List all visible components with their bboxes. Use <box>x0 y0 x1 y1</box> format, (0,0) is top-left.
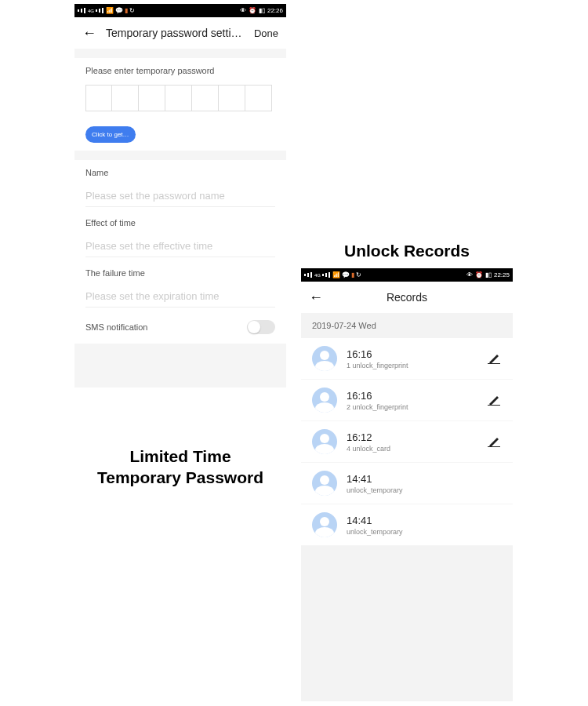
record-type: unlock_temporary <box>347 486 502 494</box>
sync-icon: ↻ <box>356 271 361 278</box>
record-time: 16:12 <box>347 431 478 443</box>
record-time: 16:16 <box>347 348 478 360</box>
edit-icon[interactable] <box>488 395 502 406</box>
code-digit-1[interactable] <box>85 85 112 111</box>
code-digit-4[interactable] <box>165 85 192 111</box>
code-digit-6[interactable] <box>219 85 245 111</box>
nav-bar: ← Records <box>301 282 513 313</box>
record-time: 16:16 <box>347 390 478 402</box>
section-gap <box>74 49 286 58</box>
record-row[interactable]: 16:124 unlock_card <box>301 421 513 463</box>
wifi-icon: 📶 <box>106 7 114 14</box>
password-code-boxes <box>85 85 275 111</box>
right-caption: Unlock Records <box>301 240 513 261</box>
name-field-group: Name <box>74 160 286 210</box>
record-type: 2 unlock_fingerprint <box>347 403 478 411</box>
password-entry-section: Please enter temporary password Click to… <box>74 58 286 151</box>
status-right-icons: 👁 ⏰ ▮▯ 22:26 <box>240 7 283 14</box>
phone-records: 4G 📶 💬 ▮ ↻ 👁 ⏰ ▮▯ 22:25 ← Records 2019-0… <box>301 268 513 701</box>
sms-toggle[interactable] <box>247 320 275 334</box>
failure-time-label: The failure time <box>85 268 275 278</box>
toggle-knob <box>248 321 260 333</box>
record-text: 14:41unlock_temporary <box>347 473 502 494</box>
avatar-icon <box>312 512 337 537</box>
sms-label: SMS notification <box>85 322 147 332</box>
edit-icon[interactable] <box>488 353 502 364</box>
record-row[interactable]: 16:161 unlock_fingerprint <box>301 338 513 380</box>
page-title: Temporary password setti… <box>106 27 245 39</box>
name-label: Name <box>85 168 275 177</box>
status-time: 22:26 <box>267 7 283 14</box>
status-left-icons: 4G 📶 💬 ▮ ↻ <box>78 7 135 14</box>
failure-time-field-group: The failure time <box>74 260 286 311</box>
random-password-button[interactable]: Click to get a ran… <box>85 126 136 143</box>
back-icon[interactable]: ← <box>82 25 96 42</box>
battery-icon: ▮▯ <box>485 271 492 278</box>
notification-icon: ▮ <box>125 7 128 14</box>
notification-icon: ▮ <box>351 271 354 278</box>
done-button[interactable]: Done <box>254 27 278 39</box>
bottom-gap <box>74 344 286 388</box>
record-row[interactable]: 16:162 unlock_fingerprint <box>301 380 513 421</box>
record-text: 16:162 unlock_fingerprint <box>347 390 478 411</box>
page-title: Records <box>332 291 481 304</box>
code-digit-3[interactable] <box>139 85 165 111</box>
eye-icon: 👁 <box>466 271 473 278</box>
name-input[interactable] <box>85 185 275 207</box>
record-row[interactable]: 14:41unlock_temporary <box>301 504 513 546</box>
status-bar: 4G 📶 💬 ▮ ↻ 👁 ⏰ ▮▯ 22:25 <box>301 268 513 282</box>
date-header: 2019-07-24 Wed <box>301 313 513 338</box>
code-digit-5[interactable] <box>192 85 219 111</box>
battery-icon: ▮▯ <box>259 7 265 14</box>
avatar-icon <box>312 429 337 454</box>
record-text: 16:161 unlock_fingerprint <box>347 348 478 369</box>
phone-temporary-password: 4G 📶 💬 ▮ ↻ 👁 ⏰ ▮▯ 22:26 ← Temporary pass… <box>74 4 286 388</box>
status-time: 22:25 <box>494 271 510 278</box>
back-icon[interactable]: ← <box>309 289 323 306</box>
wifi-icon: 📶 <box>332 271 340 278</box>
record-type: 1 unlock_fingerprint <box>347 362 478 369</box>
section-gap <box>74 151 286 160</box>
status-left-icons: 4G 📶 💬 ▮ ↻ <box>304 271 361 278</box>
record-type: unlock_temporary <box>347 528 502 536</box>
record-text: 14:41unlock_temporary <box>347 515 502 536</box>
sms-notification-row: SMS notification <box>74 311 286 344</box>
record-time: 14:41 <box>347 473 502 485</box>
left-caption: Limited Time Temporary Password <box>74 446 286 489</box>
status-right-icons: 👁 ⏰ ▮▯ 22:25 <box>466 271 510 278</box>
wechat-icon: 💬 <box>342 271 350 278</box>
alarm-icon: ⏰ <box>249 7 256 14</box>
effect-time-label: Effect of time <box>85 218 275 227</box>
record-type: 4 unlock_card <box>347 445 478 453</box>
status-bar: 4G 📶 💬 ▮ ↻ 👁 ⏰ ▮▯ 22:26 <box>74 4 286 17</box>
wechat-icon: 💬 <box>115 7 123 14</box>
record-time: 14:41 <box>347 515 502 526</box>
edit-icon[interactable] <box>488 436 502 447</box>
eye-icon: 👁 <box>240 7 246 14</box>
effect-time-input[interactable] <box>85 235 275 257</box>
code-digit-2[interactable] <box>112 85 139 111</box>
avatar-icon <box>312 346 337 371</box>
alarm-icon: ⏰ <box>475 271 483 278</box>
code-digit-7[interactable] <box>245 85 272 111</box>
avatar-icon <box>312 471 337 496</box>
blank-area <box>301 546 513 701</box>
records-list: 16:161 unlock_fingerprint16:162 unlock_f… <box>301 338 513 546</box>
avatar-icon <box>312 388 337 413</box>
sync-icon: ↻ <box>129 7 135 14</box>
failure-time-input[interactable] <box>85 286 275 308</box>
record-row[interactable]: 14:41unlock_temporary <box>301 463 513 504</box>
nav-bar: ← Temporary password setti… Done <box>74 17 286 49</box>
record-text: 16:124 unlock_card <box>347 431 478 453</box>
password-prompt: Please enter temporary password <box>85 66 275 75</box>
effect-time-field-group: Effect of time <box>74 210 286 260</box>
